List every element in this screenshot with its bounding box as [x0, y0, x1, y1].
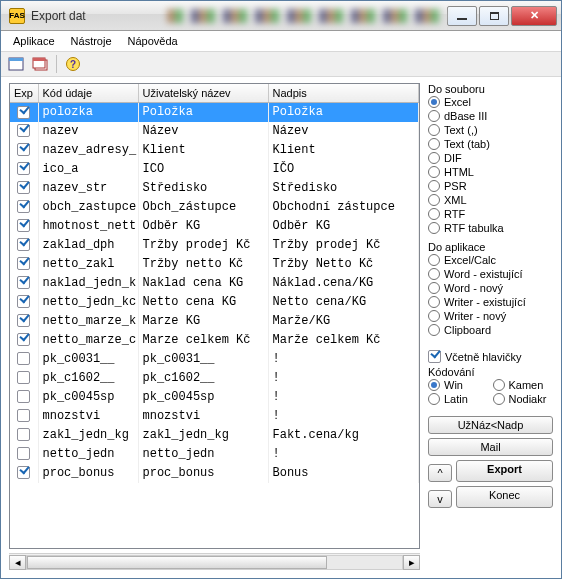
to-app-option[interactable]: Writer - nový [428, 309, 553, 323]
table-row[interactable]: netto_marze_cMarze celkem KčMarže celkem… [10, 331, 419, 350]
export-checkbox[interactable] [10, 388, 38, 407]
export-checkbox[interactable] [10, 217, 38, 236]
col-kod[interactable]: Kód údaje [38, 84, 138, 103]
include-header-checkbox[interactable]: Včetně hlavičky [428, 349, 553, 364]
table-row[interactable]: nazev_strStřediskoStředisko [10, 179, 419, 198]
to-file-option[interactable]: Text (,) [428, 123, 553, 137]
export-checkbox[interactable] [10, 293, 38, 312]
scroll-thumb[interactable] [27, 556, 327, 569]
mail-button[interactable]: Mail [428, 438, 553, 456]
table-row[interactable]: netto_marze_kMarze KGMarže/KG [10, 312, 419, 331]
to-app-option[interactable]: Word - nový [428, 281, 553, 295]
export-checkbox[interactable] [10, 274, 38, 293]
encoding-option[interactable]: Latin [428, 392, 489, 406]
horizontal-scrollbar[interactable]: ◂ ▸ [9, 553, 420, 570]
table-row[interactable]: ico_aICOIČO [10, 160, 419, 179]
scroll-right-icon[interactable]: ▸ [403, 555, 420, 570]
radio-icon[interactable] [428, 393, 440, 405]
export-checkbox[interactable] [10, 255, 38, 274]
menu-nastroje[interactable]: Nástroje [63, 33, 120, 49]
table-row[interactable]: zakl_jedn_kgzakl_jedn_kgFakt.cena/kg [10, 426, 419, 445]
radio-icon[interactable] [428, 166, 440, 178]
table-row[interactable]: pk_c0045sppk_c0045sp! [10, 388, 419, 407]
table-row[interactable]: proc_bonusproc_bonusBonus [10, 464, 419, 483]
table-row[interactable]: nazev_adresy_KlientKlient [10, 141, 419, 160]
radio-icon[interactable] [428, 379, 440, 391]
to-app-option[interactable]: Excel/Calc [428, 253, 553, 267]
col-exp[interactable]: Exp [10, 84, 38, 103]
table-row[interactable]: netto_zaklTržby netto KčTržby Netto Kč [10, 255, 419, 274]
table-row[interactable]: mnozstvimnozstvi! [10, 407, 419, 426]
export-checkbox[interactable] [10, 445, 38, 464]
table-row[interactable]: obch_zastupceObch_zástupceObchodní zástu… [10, 198, 419, 217]
export-checkbox[interactable] [10, 331, 38, 350]
table-row[interactable]: zaklad_dphTržby prodej KčTržby prodej Kč [10, 236, 419, 255]
export-button[interactable]: Export [456, 460, 553, 482]
to-app-option[interactable]: Writer - existující [428, 295, 553, 309]
radio-icon[interactable] [428, 152, 440, 164]
radio-icon[interactable] [428, 96, 440, 108]
export-checkbox[interactable] [10, 160, 38, 179]
to-file-option[interactable]: Text (tab) [428, 137, 553, 151]
encoding-option[interactable]: Kamen [493, 378, 554, 392]
export-checkbox[interactable] [10, 369, 38, 388]
menu-napoveda[interactable]: Nápověda [120, 33, 186, 49]
radio-icon[interactable] [493, 393, 505, 405]
help-icon[interactable]: ? [62, 54, 84, 74]
export-checkbox[interactable] [10, 141, 38, 160]
to-file-option[interactable]: RTF tabulka [428, 221, 553, 235]
export-checkbox[interactable] [10, 464, 38, 483]
scroll-left-icon[interactable]: ◂ [9, 555, 26, 570]
encoding-option[interactable]: Nodiakr [493, 392, 554, 406]
radio-icon[interactable] [428, 208, 440, 220]
card-icon[interactable] [5, 54, 27, 74]
to-file-option[interactable]: RTF [428, 207, 553, 221]
to-file-option[interactable]: XML [428, 193, 553, 207]
table-row[interactable]: polozkaPoložkaPoložka [10, 103, 419, 122]
maximize-button[interactable] [479, 6, 509, 26]
radio-icon[interactable] [428, 222, 440, 234]
radio-icon[interactable] [428, 110, 440, 122]
export-checkbox[interactable] [10, 407, 38, 426]
export-checkbox[interactable] [10, 236, 38, 255]
data-grid[interactable]: Exp Kód údaje Uživatelský název Nadpis p… [9, 83, 420, 549]
table-row[interactable]: netto_jedn_kcNetto cena KGNetto cena/KG [10, 293, 419, 312]
to-file-option[interactable]: Excel [428, 95, 553, 109]
export-checkbox[interactable] [10, 179, 38, 198]
table-row[interactable]: nazevNázevNázev [10, 122, 419, 141]
radio-icon[interactable] [428, 310, 440, 322]
to-file-option[interactable]: HTML [428, 165, 553, 179]
export-checkbox[interactable] [10, 350, 38, 369]
to-file-option[interactable]: dBase III [428, 109, 553, 123]
export-checkbox[interactable] [10, 426, 38, 445]
radio-icon[interactable] [428, 138, 440, 150]
col-uziv[interactable]: Uživatelský název [138, 84, 268, 103]
export-checkbox[interactable] [10, 312, 38, 331]
to-app-option[interactable]: Word - existující [428, 267, 553, 281]
table-row[interactable]: hmotnost_nettOdběr KGOdběr KG [10, 217, 419, 236]
radio-icon[interactable] [428, 324, 440, 336]
checkbox-icon[interactable] [428, 350, 441, 363]
radio-icon[interactable] [493, 379, 505, 391]
export-checkbox[interactable] [10, 122, 38, 141]
to-file-option[interactable]: PSR [428, 179, 553, 193]
table-row[interactable]: pk_c0031__pk_c0031__! [10, 350, 419, 369]
table-row[interactable]: pk_c1602__pk_c1602__! [10, 369, 419, 388]
radio-icon[interactable] [428, 296, 440, 308]
konec-button[interactable]: Konec [456, 486, 553, 508]
encoding-option[interactable]: Win [428, 378, 489, 392]
table-row[interactable]: naklad_jedn_kNaklad cena KGNáklad.cena/K… [10, 274, 419, 293]
radio-icon[interactable] [428, 194, 440, 206]
radio-icon[interactable] [428, 254, 440, 266]
to-file-option[interactable]: DIF [428, 151, 553, 165]
table-row[interactable]: netto_jednnetto_jedn! [10, 445, 419, 464]
cards-icon[interactable] [29, 54, 51, 74]
export-checkbox[interactable] [10, 103, 38, 122]
menu-aplikace[interactable]: Aplikace [5, 33, 63, 49]
close-button[interactable]: ✕ [511, 6, 557, 26]
to-app-option[interactable]: Clipboard [428, 323, 553, 337]
radio-icon[interactable] [428, 268, 440, 280]
radio-icon[interactable] [428, 180, 440, 192]
col-nadpis[interactable]: Nadpis [268, 84, 419, 103]
move-down-button[interactable]: v [428, 490, 452, 508]
